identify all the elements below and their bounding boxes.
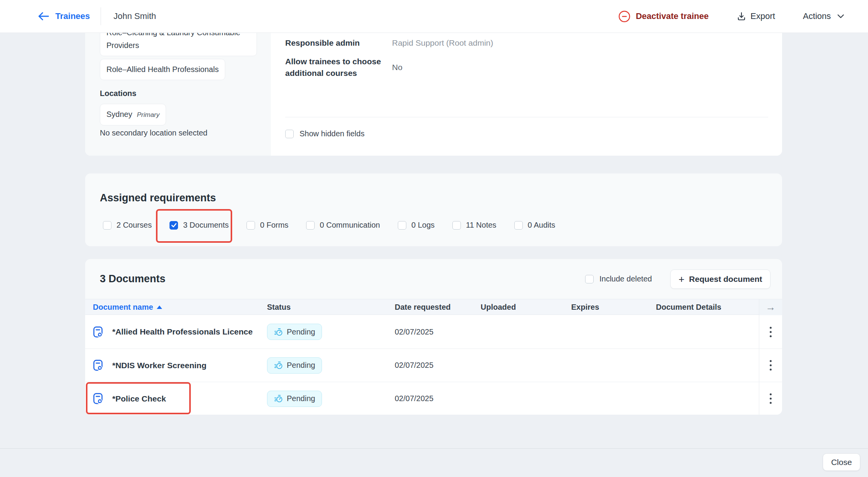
show-hidden-fields-toggle[interactable]: Show hidden fields xyxy=(285,129,365,138)
page-title: John Smith xyxy=(113,11,156,21)
pending-stopwatch-icon xyxy=(274,394,283,403)
field-label: Allow trainees to choose additional cour… xyxy=(285,56,392,79)
filter-communication-checkbox[interactable] xyxy=(306,221,315,230)
back-to-trainees-link[interactable]: Trainees xyxy=(37,11,90,21)
minus-circle-icon xyxy=(618,10,630,22)
close-button[interactable]: Close xyxy=(823,453,860,471)
column-header-status[interactable]: Status xyxy=(267,299,291,315)
divider xyxy=(101,7,101,25)
date-requested-cell: 02/07/2025 xyxy=(395,382,433,415)
status-label: Pending xyxy=(287,361,315,370)
modal-footer: Close xyxy=(0,448,868,477)
filter-courses[interactable]: 2 Courses xyxy=(103,221,152,230)
filter-logs[interactable]: 0 Logs xyxy=(398,221,435,230)
document-name: *NDIS Worker Screening xyxy=(112,361,207,370)
header-actions: Deactivate trainee Export Actions xyxy=(618,10,844,22)
column-header-uploaded[interactable]: Uploaded xyxy=(481,299,516,315)
filter-audits[interactable]: 0 Audits xyxy=(514,221,555,230)
document-lock-icon xyxy=(93,393,104,405)
field-value: No xyxy=(392,62,402,73)
filter-label: 0 Forms xyxy=(260,221,288,230)
assigned-requirements-title: Assigned requirements xyxy=(100,192,216,204)
assigned-requirements-card: Assigned requirements 2 Courses 3 Docume… xyxy=(85,173,782,246)
document-lock-icon xyxy=(93,359,104,371)
filter-label: 0 Audits xyxy=(528,221,555,230)
filter-forms-checkbox[interactable] xyxy=(247,221,255,230)
plus-icon: + xyxy=(678,274,684,284)
role-tag: Role–Allied Health Professionals xyxy=(100,59,225,80)
request-document-button[interactable]: + Request document xyxy=(670,269,770,289)
documents-table: Document name Status Date requested Uplo… xyxy=(85,299,782,415)
table-row[interactable]: *Allied Health Professionals Licence Pen… xyxy=(85,315,782,348)
column-header-expires[interactable]: Expires xyxy=(571,299,599,315)
status-label: Pending xyxy=(287,394,315,403)
pending-stopwatch-icon xyxy=(274,361,283,370)
sort-ascending-icon xyxy=(157,305,162,309)
filter-notes-checkbox[interactable] xyxy=(452,221,461,230)
deactivate-trainee-label: Deactivate trainee xyxy=(636,11,709,21)
include-deleted-toggle[interactable]: Include deleted xyxy=(585,275,652,283)
filter-label: 0 Communication xyxy=(320,221,380,230)
requirement-filters: 2 Courses 3 Documents 0 Forms 0 Communic… xyxy=(103,221,555,230)
status-label: Pending xyxy=(287,328,315,336)
filter-label: 0 Logs xyxy=(411,221,435,230)
trainee-profile-card: Role–Cleaning & Laundry Consumable Provi… xyxy=(85,12,782,156)
row-menu-kebab-icon[interactable] xyxy=(767,357,775,374)
breadcrumb: Trainees John Smith xyxy=(37,7,156,25)
secondary-location-note: No secondary location selected xyxy=(100,129,207,137)
download-icon xyxy=(736,11,746,21)
top-navigation-bar: Trainees John Smith Deactivate trainee E… xyxy=(0,0,868,33)
filter-communication[interactable]: 0 Communication xyxy=(306,221,380,230)
filter-label: 2 Courses xyxy=(116,221,152,230)
document-name-cell[interactable]: *Police Check xyxy=(93,382,166,415)
filter-documents[interactable]: 3 Documents xyxy=(169,221,229,230)
filter-documents-checkbox[interactable] xyxy=(169,221,178,230)
show-hidden-fields-label: Show hidden fields xyxy=(300,129,365,138)
location-tag: Sydney Primary xyxy=(100,104,166,125)
actions-label: Actions xyxy=(803,11,831,21)
table-row[interactable]: *Police Check Pending 02/07/2025 xyxy=(85,382,782,415)
field-label: Responsible admin xyxy=(285,37,392,49)
column-header-date-requested[interactable]: Date requested xyxy=(395,299,451,315)
request-document-label: Request document xyxy=(689,275,762,284)
document-name: *Police Check xyxy=(112,394,166,403)
status-badge: Pending xyxy=(267,391,322,407)
roles-locations-panel: Role–Cleaning & Laundry Consumable Provi… xyxy=(85,12,271,156)
back-arrow-icon xyxy=(37,11,50,21)
filter-logs-checkbox[interactable] xyxy=(398,221,406,230)
filter-courses-checkbox[interactable] xyxy=(103,221,111,230)
documents-card: 3 Documents Include deleted + Request do… xyxy=(85,259,782,415)
table-row[interactable]: *NDIS Worker Screening Pending 02/07/202… xyxy=(85,348,782,382)
column-header-document-details[interactable]: Document Details xyxy=(656,299,721,315)
show-hidden-fields-checkbox[interactable] xyxy=(285,130,294,138)
primary-location-badge: Primary xyxy=(137,108,160,121)
date-requested-cell: 02/07/2025 xyxy=(395,349,433,382)
filter-notes[interactable]: 11 Notes xyxy=(452,221,496,230)
deactivate-trainee-button[interactable]: Deactivate trainee xyxy=(618,10,709,22)
document-name-cell[interactable]: *Allied Health Professionals Licence xyxy=(93,315,253,348)
locations-heading: Locations xyxy=(100,89,136,98)
include-deleted-checkbox[interactable] xyxy=(585,275,594,283)
scroll-right-arrow-icon[interactable]: → xyxy=(759,299,782,315)
pending-stopwatch-icon xyxy=(274,328,283,336)
filter-label: 11 Notes xyxy=(466,221,496,230)
trainee-detail-page: Role–Cleaning & Laundry Consumable Provi… xyxy=(0,0,868,477)
document-name-cell[interactable]: *NDIS Worker Screening xyxy=(93,349,207,382)
filter-forms[interactable]: 0 Forms xyxy=(247,221,288,230)
divider xyxy=(285,117,768,117)
field-allow-additional-courses: Allow trainees to choose additional cour… xyxy=(285,56,402,79)
chevron-down-icon xyxy=(837,14,844,19)
filter-label: 3 Documents xyxy=(183,221,229,230)
row-menu-kebab-icon[interactable] xyxy=(767,324,775,340)
export-label: Export xyxy=(750,11,775,21)
field-value: Rapid Support (Root admin) xyxy=(392,37,493,49)
actions-menu-button[interactable]: Actions xyxy=(803,11,844,21)
row-actions-cell xyxy=(759,315,782,348)
column-header-document-name[interactable]: Document name xyxy=(93,299,162,315)
export-button[interactable]: Export xyxy=(736,11,775,21)
row-actions-cell xyxy=(759,382,782,415)
role-tag-label: Role–Allied Health Professionals xyxy=(106,65,219,74)
status-badge: Pending xyxy=(267,357,322,374)
filter-audits-checkbox[interactable] xyxy=(514,221,523,230)
row-menu-kebab-icon[interactable] xyxy=(767,390,775,407)
